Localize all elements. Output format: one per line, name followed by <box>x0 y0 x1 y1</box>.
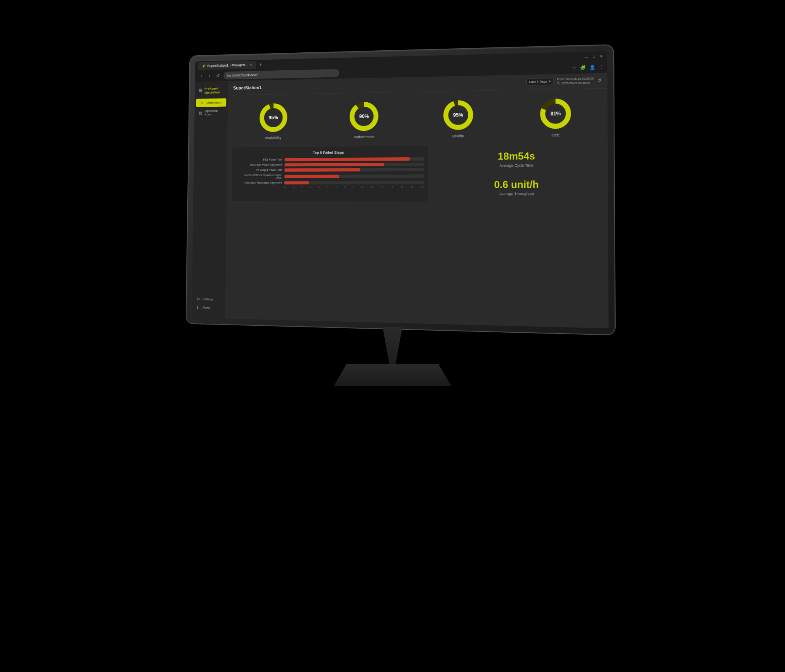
bar-track-osc-freq <box>284 181 424 184</box>
bar-row-ps3: PS3 Power Test <box>236 157 424 161</box>
bar-label-p5: P5 Output Power Test <box>236 168 282 171</box>
maximize-button[interactable]: □ <box>592 54 597 59</box>
axis-7: 7 <box>344 186 345 188</box>
bar-row-lowband: Low-Band Worst Spurious Signal Level <box>236 173 424 179</box>
throughput-label: Average Throughput <box>499 192 534 196</box>
axis-14: 14 <box>410 186 413 188</box>
kpi-oee: 81% OEE <box>538 96 573 137</box>
sidebar: ☰ ProAgent QuickView ⌂ Dashboard ▤ <box>192 81 228 318</box>
bookmark-icon[interactable]: ☆ <box>572 65 576 71</box>
bar-row-p5: P5 Output Power Test <box>236 168 424 172</box>
operation-runs-icon: ▤ <box>198 111 202 115</box>
axis-9: 9 <box>361 186 363 188</box>
kpi-availability: 95% Availability <box>258 101 289 140</box>
availability-value: 95% <box>269 114 278 120</box>
axis-8: 8 <box>353 186 354 188</box>
bar-fill-p5 <box>285 168 360 172</box>
axis-12: 12 <box>390 186 393 188</box>
failed-steps-title: Top 5 Failed Steps <box>236 150 424 155</box>
hamburger-icon[interactable]: ☰ <box>199 88 202 94</box>
bar-track-ps3 <box>285 157 424 161</box>
forward-button[interactable]: › <box>206 73 213 79</box>
logo-line2: QuickView <box>204 90 220 94</box>
to-value: 2020-06-22 00:00:00 <box>562 81 590 85</box>
main-content: SuperStation1 Last 7 Days ▾ From: 2020-0… <box>225 73 608 328</box>
throughput-card: 0.6 unit/h Average Throughput <box>433 173 602 202</box>
sidebar-item-settings[interactable]: ⚙ Settings <box>192 295 225 304</box>
kpi-performance: 90% Performance <box>348 100 380 139</box>
bar-label-osc-power: Oscillator Power Alignment <box>236 164 282 166</box>
dashboard-icon: ⌂ <box>200 101 204 105</box>
axis-4: 4 <box>318 186 319 188</box>
nav-buttons: ‹ › ↺ <box>198 73 221 79</box>
performance-label: Performance <box>354 134 374 139</box>
date-range-label: Last 7 Days <box>529 80 547 84</box>
tab-close-button[interactable]: ✕ <box>249 63 252 67</box>
reload-button[interactable]: ↺ <box>215 73 222 78</box>
sidebar-logo: ProAgent QuickView <box>204 87 220 94</box>
active-tab[interactable]: ⚡ SuperStation1 - ProAgen... ✕ <box>198 61 256 70</box>
bar-track-p5 <box>285 168 424 171</box>
sidebar-item-operation-runs[interactable]: ▤ Operation Runs <box>195 107 228 119</box>
oee-value: 81% <box>550 110 561 116</box>
bar-track-lowband <box>285 174 424 178</box>
app-layout: ☰ ProAgent QuickView ⌂ Dashboard ▤ <box>192 73 609 328</box>
sidebar-header[interactable]: ☰ ProAgent QuickView <box>195 84 228 97</box>
axis-15: 15 <box>421 186 424 188</box>
bottom-row: Top 5 Failed Steps PS3 Power Test <box>232 144 602 202</box>
axis-5: 5 <box>327 186 328 188</box>
axis-11: 11 <box>380 186 383 188</box>
kpi-row: 95% Availability <box>233 93 601 143</box>
about-icon: ℹ <box>195 305 200 309</box>
sidebar-bottom: ⚙ Settings ℹ About <box>192 291 225 315</box>
close-button[interactable]: ✕ <box>599 54 604 59</box>
menu-icon[interactable]: ⋮ <box>599 65 604 70</box>
address-field[interactable]: localhost/quickview/ <box>224 69 339 80</box>
to-date: To: 2020-06-22 00:00:00 <box>557 81 594 85</box>
bar-label-ps3: PS3 Power Test <box>236 158 283 161</box>
sidebar-item-about[interactable]: ℹ About <box>192 303 225 312</box>
window-controls: — □ ✕ <box>584 54 604 59</box>
stand-base <box>327 364 458 386</box>
date-range-selector[interactable]: Last 7 Days ▾ <box>526 78 554 86</box>
profile-icon[interactable]: 👤 <box>590 65 596 70</box>
kpi-quality: 95% Quality <box>442 98 475 138</box>
from-label: From: <box>557 78 565 81</box>
cycle-time-card: 18m54s Average Cycle Time <box>434 144 602 174</box>
extensions-icon[interactable]: 🧩 <box>580 65 586 71</box>
stats-column: 18m54s Average Cycle Time 0.6 unit/h Ave… <box>433 144 602 202</box>
bar-label-lowband: Low-Band Worst Spurious Signal Level <box>236 173 282 179</box>
minimize-button[interactable]: — <box>584 54 589 59</box>
performance-value: 90% <box>359 113 369 119</box>
new-tab-button[interactable]: + <box>257 61 264 68</box>
address-text: localhost/quickview/ <box>227 73 258 77</box>
quality-label: Quality <box>452 134 464 138</box>
bar-fill-ps3 <box>285 157 410 161</box>
from-value: 2020-06-15 00:00:00 <box>566 77 594 81</box>
axis-13: 13 <box>400 186 403 188</box>
sidebar-item-dashboard[interactable]: ⌂ Dashboard <box>196 99 227 107</box>
bar-row-osc-freq: Oscillator Frequency Alignment <box>236 181 424 184</box>
sidebar-item-settings-label: Settings <box>202 297 213 301</box>
page-title: SuperStation1 <box>233 85 262 90</box>
refresh-button[interactable]: ↺ <box>597 78 601 83</box>
settings-icon: ⚙ <box>196 297 200 301</box>
sidebar-item-dashboard-label: Dashboard <box>206 101 221 105</box>
dropdown-arrow-icon: ▾ <box>549 80 551 83</box>
failed-steps-chart: PS3 Power Test Oscillator Power Alignmen… <box>236 157 424 184</box>
monitor-screen: ⚡ SuperStation1 - ProAgen... ✕ + — □ ✕ ‹… <box>192 51 609 328</box>
performance-donut: 90% <box>348 100 380 132</box>
axis-3: 3 <box>310 186 311 188</box>
stand-neck <box>376 327 409 364</box>
back-button[interactable]: ‹ <box>198 73 205 79</box>
monitor-bezel: ⚡ SuperStation1 - ProAgen... ✕ + — □ ✕ ‹… <box>186 45 615 334</box>
bar-row-osc-power: Oscillator Power Alignment <box>236 162 424 166</box>
axis-1: 1 <box>293 186 294 188</box>
throughput-value: 0.6 unit/h <box>494 179 538 190</box>
bar-fill-osc-power <box>285 163 384 166</box>
sidebar-nav: ⌂ Dashboard ▤ Operation Runs <box>192 96 228 292</box>
bar-label-osc-freq: Oscillator Frequency Alignment <box>236 181 282 184</box>
monitor-wrapper: ⚡ SuperStation1 - ProAgen... ✕ + — □ ✕ ‹… <box>147 50 638 622</box>
cycle-time-value: 18m54s <box>498 150 535 161</box>
axis-2: 2 <box>301 186 303 188</box>
